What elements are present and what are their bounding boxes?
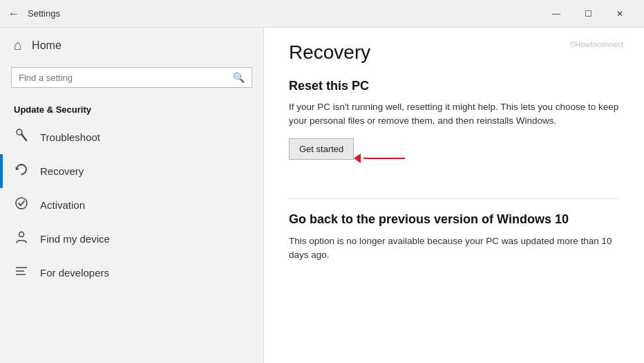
arrow-annotation <box>354 153 405 163</box>
close-button[interactable]: ✕ <box>604 3 636 25</box>
sidebar-item-fordevelopers-label: For developers <box>40 267 109 279</box>
back-button[interactable]: ← <box>8 8 19 20</box>
activation-icon <box>14 196 29 214</box>
section-divider <box>289 198 619 199</box>
sidebar-item-activation-label: Activation <box>40 199 85 211</box>
svg-line-1 <box>21 134 26 140</box>
reset-section-description: If your PC isn't running well, resetting… <box>289 100 619 129</box>
sidebar: ⌂ Home 🔍 Update & Security Troubleshoot <box>0 28 264 363</box>
sidebar-item-troubleshoot-label: Troubleshoot <box>40 131 100 143</box>
troubleshoot-icon <box>14 129 29 146</box>
sidebar-section-title: Update & Security <box>0 97 263 120</box>
minimize-button[interactable]: — <box>540 3 572 25</box>
app-title: Settings <box>28 8 540 19</box>
recovery-icon <box>14 162 29 180</box>
get-started-label: Get started <box>299 144 343 154</box>
search-input[interactable] <box>19 73 227 83</box>
sidebar-item-findmydevice-label: Find my device <box>40 233 110 245</box>
sidebar-item-findmydevice[interactable]: Find my device <box>0 222 263 256</box>
content-area: ©Howtoconnect Recovery Reset this PC If … <box>264 28 644 363</box>
main-layout: ⌂ Home 🔍 Update & Security Troubleshoot <box>0 28 644 363</box>
home-label: Home <box>32 39 61 52</box>
window-controls: — ☐ ✕ <box>540 3 636 25</box>
goback-section-heading: Go back to the previous version of Windo… <box>289 212 619 227</box>
reset-section-heading: Reset this PC <box>289 79 619 93</box>
maximize-button[interactable]: ☐ <box>572 3 604 25</box>
svg-point-3 <box>19 232 24 237</box>
sidebar-item-troubleshoot[interactable]: Troubleshoot <box>0 120 263 154</box>
sidebar-item-fordevelopers[interactable]: For developers <box>0 256 263 290</box>
watermark: ©Howtoconnect <box>569 40 623 48</box>
fordevelopers-icon <box>14 264 29 281</box>
findmydevice-icon <box>14 230 29 248</box>
sidebar-item-home[interactable]: ⌂ Home <box>0 28 263 63</box>
search-icon: 🔍 <box>233 72 245 83</box>
sidebar-item-recovery[interactable]: Recovery <box>0 154 263 188</box>
goback-section-description: This option is no longer available becau… <box>289 234 619 263</box>
sidebar-item-activation[interactable]: Activation <box>0 188 263 222</box>
home-icon: ⌂ <box>14 37 22 53</box>
sidebar-item-recovery-label: Recovery <box>40 165 84 177</box>
get-started-button[interactable]: Get started <box>289 138 354 160</box>
title-bar: ← Settings — ☐ ✕ <box>0 0 644 28</box>
search-box[interactable]: 🔍 <box>11 67 252 88</box>
svg-point-2 <box>16 198 27 209</box>
